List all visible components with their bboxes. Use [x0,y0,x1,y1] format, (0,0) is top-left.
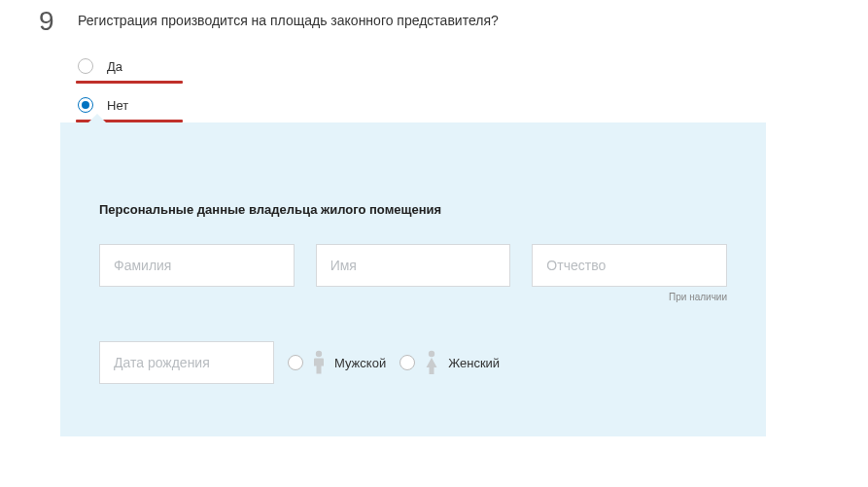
dob-input[interactable] [99,341,274,384]
gender-option-female[interactable]: Женский [399,350,500,375]
question-row: 9 Регистрация производится на площадь за… [0,8,868,35]
owner-panel-wrap: Персональные данные владельца жилого пом… [60,122,766,436]
svg-point-0 [316,351,322,357]
lastname-group [99,244,295,287]
form-step: 9 Регистрация производится на площадь за… [0,0,868,487]
female-icon [423,350,440,375]
radio-label-yes: Да [107,59,122,74]
male-icon [311,350,327,375]
radio-circle-icon [78,97,93,113]
gender-label-male: Мужской [334,356,386,370]
gender-option-male[interactable]: Мужской [288,350,386,375]
firstname-input[interactable] [316,244,511,287]
panel-title: Персональные данные владельца жилого пом… [99,202,727,217]
patronymic-hint: При наличии [532,292,727,302]
radio-option-no[interactable]: Нет [78,97,868,113]
radio-circle-icon [288,355,303,370]
patronymic-input[interactable] [532,244,727,287]
panel-pointer-icon [87,114,107,123]
dob-gender-row: Мужской Женский [99,341,727,384]
lastname-input[interactable] [99,244,295,287]
firstname-group [316,244,511,287]
name-row: При наличии [99,244,727,302]
owner-panel: Персональные данные владельца жилого пом… [60,122,766,436]
radio-label-no: Нет [107,98,128,113]
svg-point-1 [429,351,434,357]
annotation-underline [76,81,183,84]
radio-circle-icon [78,58,93,74]
radio-option-yes[interactable]: Да [78,58,868,74]
radio-group-legal-rep: Да Нет [0,58,868,113]
radio-circle-icon [399,355,415,370]
question-number: 9 [39,8,78,35]
gender-label-female: Женский [448,356,500,370]
patronymic-group: При наличии [532,244,727,302]
question-text: Регистрация производится на площадь зако… [78,8,499,31]
